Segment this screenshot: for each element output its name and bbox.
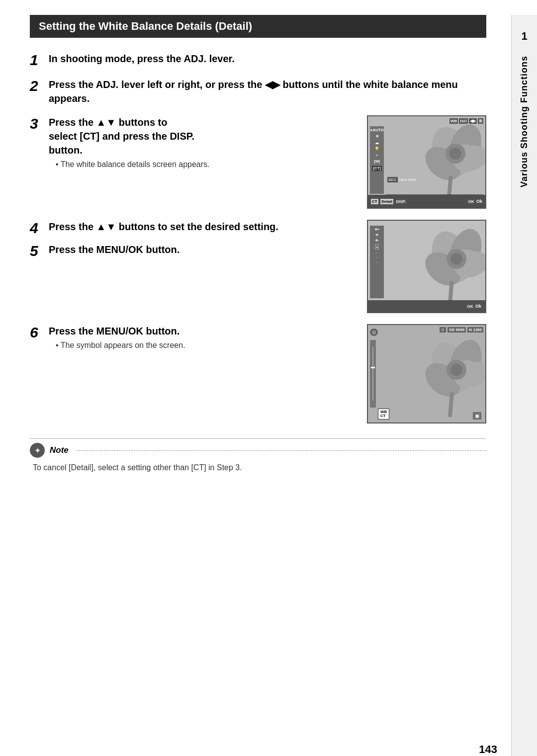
svg-point-16 <box>450 253 462 265</box>
note-header: ✦ Note <box>30 443 486 458</box>
iso-icon: ISO <box>459 118 468 124</box>
step-1: 1 In shooting mode, press the ADJ. lever… <box>30 52 486 68</box>
level-bar <box>372 347 373 401</box>
step-3-text: Press the ▲▼ buttons toselect [CT] and p… <box>49 115 352 157</box>
side-tab: 1 Various Shooting Functions <box>511 15 537 756</box>
step-6-content: Press the MENU/OK button. The symbol app… <box>49 324 352 350</box>
level-indicator <box>371 367 375 368</box>
step-6-text-col: 6 Press the MENU/OK button. The symbol a… <box>30 324 352 423</box>
camera-icon: ⊙ <box>370 329 378 336</box>
adj-label: ADJ. Next Item <box>385 177 483 182</box>
arrows-icon: ◀▶ <box>469 118 477 124</box>
step-3-number: 3 <box>30 116 49 131</box>
step-6-text: Press the MENU/OK button. <box>49 324 352 338</box>
focus-icon: ⊙ <box>440 327 446 333</box>
step-3-group: 3 Press the ▲▼ buttons toselect [CT] and… <box>30 115 486 209</box>
step-5: 5 Press the MENU/OK button. <box>30 243 352 258</box>
note-icon: ✦ <box>30 443 45 458</box>
adj-box: ADJ. <box>387 177 398 182</box>
step-1-content: In shooting mode, press the ADJ. lever. <box>49 52 486 66</box>
camera-screen-1: ●AUTO ☀ ☁ 💡 ≈ [M] [CT] WB ISO ◀▶ ⊞ <box>367 115 486 209</box>
step-6-subtext: The symbol appears on the screen. <box>49 341 352 350</box>
screen-1-bottom-bar: CT Detail DISP. OK Ok <box>368 195 485 208</box>
step-5-content: Press the MENU/OK button. <box>49 243 352 256</box>
disp-label: DISP. <box>395 199 407 204</box>
step-4: 4 Press the ▲▼ buttons to set the desire… <box>30 220 352 236</box>
side-tab-label: Various Shooting Functions <box>519 56 530 187</box>
page: 1 Various Shooting Functions Setting the… <box>0 15 537 756</box>
screen-2-container: ☀+ ☀ ☀- ● · · · OK Ok <box>367 220 486 313</box>
step-5-text: Press the MENU/OK button. <box>49 243 352 256</box>
ct-label: CT <box>371 199 378 204</box>
wb-ct-badge: WB CT <box>378 409 389 420</box>
detail-label: Detail <box>380 199 393 204</box>
step-3-subtext: The white balance details screen appears… <box>49 160 352 169</box>
screen-2-left-panel: ☀+ ☀ ☀- ● · · · <box>370 226 384 298</box>
menu-cloud: ☁ <box>375 141 379 146</box>
menu-sun: ☀ <box>375 135 379 139</box>
step-1-number: 1 <box>30 53 49 68</box>
step-4-content: Press the ▲▼ buttons to set the desired … <box>49 220 352 234</box>
main-content: Setting the White Balance Details (Detai… <box>0 15 511 504</box>
camera-screen-2: ☀+ ☀ ☀- ● · · · OK Ok <box>367 220 486 313</box>
svg-point-7 <box>449 148 461 160</box>
screen-2-ok-label: OK Ok <box>466 304 481 309</box>
step-6: 6 Press the MENU/OK button. The symbol a… <box>30 324 352 350</box>
step-2-number: 2 <box>30 79 49 93</box>
wb-icon: WB <box>449 118 458 124</box>
camera-screen-3: ⊙ ⊙ SD 9999 N 1280 WB <box>367 324 486 423</box>
step-2: 2 Press the ADJ. lever left or right, or… <box>30 78 486 105</box>
ok-box-2: OK <box>466 304 474 309</box>
adj-indicator-sel: ● <box>375 244 379 250</box>
step-6-group: 6 Press the MENU/OK button. The symbol a… <box>30 324 486 423</box>
adj-indicator-6: · <box>376 261 377 264</box>
svg-point-25 <box>450 364 462 376</box>
steps-4-5-group: 4 Press the ▲▼ buttons to set the desire… <box>30 220 486 313</box>
step-3-text-col: 3 Press the ▲▼ buttons toselect [CT] and… <box>30 115 352 209</box>
step-1-text: In shooting mode, press the ADJ. lever. <box>49 52 486 66</box>
steps-4-5-text-col: 4 Press the ▲▼ buttons to set the desire… <box>30 220 352 313</box>
divider-1 <box>385 194 483 195</box>
screen-1-container: ●AUTO ☀ ☁ 💡 ≈ [M] [CT] WB ISO ◀▶ ⊞ <box>367 115 486 209</box>
step-2-content: Press the ADJ. lever left or right, or p… <box>49 78 486 105</box>
step-3-content: Press the ▲▼ buttons toselect [CT] and p… <box>49 115 352 169</box>
flower-image-2 <box>386 221 485 303</box>
step-2-text: Press the ADJ. lever left or right, or p… <box>49 78 486 105</box>
step-5-number: 5 <box>30 244 49 258</box>
menu-bulb: 💡 <box>374 147 379 152</box>
adj-indicator-3: ☀- <box>375 239 379 243</box>
step-4-text: Press the ▲▼ buttons to set the desired … <box>49 220 352 234</box>
screen-left-menu: ●AUTO ☀ ☁ 💡 ≈ [M] [CT] <box>370 126 384 194</box>
note-title: Note <box>50 445 69 455</box>
adj-indicator-5: · <box>376 256 377 259</box>
step-4-number: 4 <box>30 221 49 236</box>
step-6-number: 6 <box>30 325 49 340</box>
flower-image-3 <box>386 325 485 423</box>
sd-label: SD 9999 <box>448 327 466 333</box>
menu-auto: ●AUTO <box>370 128 383 133</box>
adj-indicator-1: ☀+ <box>374 228 379 232</box>
screen-1-top-icons: WB ISO ◀▶ ⊞ <box>449 118 483 124</box>
page-title: Setting the White Balance Details (Detai… <box>30 15 486 38</box>
adj-indicator-4: · <box>376 251 377 254</box>
adj-indicator-2: ☀ <box>375 233 378 237</box>
menu-fluor: ≈ <box>376 154 378 158</box>
screen-3-top-right: ⊙ SD 9999 N 1280 <box>440 327 483 333</box>
menu-ct: [CT] <box>372 166 382 171</box>
ct-text: CT <box>380 414 387 418</box>
step-3: 3 Press the ▲▼ buttons toselect [CT] and… <box>30 115 352 169</box>
screen-1-bottom-ok: OK Ok <box>467 199 482 204</box>
note-section: ✦ Note To cancel [Detail], select a sett… <box>30 438 486 474</box>
screen-1-bottom-detail: CT Detail DISP. <box>371 199 407 204</box>
grid-icon: ⊞ <box>478 118 483 124</box>
n-label: N 1280 <box>467 327 483 333</box>
screen-2-ok-bar: OK Ok <box>368 300 485 312</box>
page-number: 143 <box>479 743 497 756</box>
note-dashes <box>77 450 486 451</box>
ok-box: OK <box>467 199 475 204</box>
battery-icon: ▣ <box>473 412 481 420</box>
side-tab-number: 1 <box>521 30 527 43</box>
screen-3-top-left: ⊙ <box>370 327 378 336</box>
screen-3-left-bar <box>370 340 376 408</box>
flower-image-1 <box>386 116 485 196</box>
